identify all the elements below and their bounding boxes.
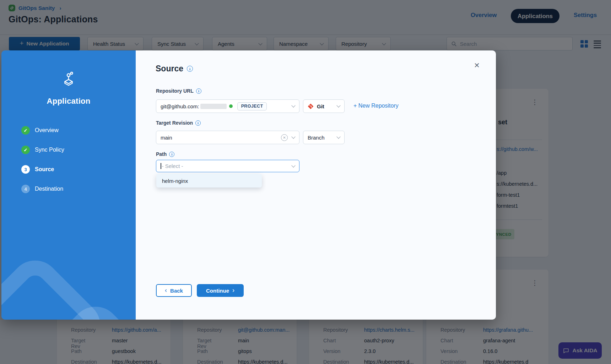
repository-url-value: git@github.com: [161, 103, 199, 109]
info-icon[interactable]: i [187, 66, 193, 72]
chevron-left-icon: ‹ [165, 287, 167, 294]
wizard-source-panel: ✕ Source i Repository URLi git@github.co… [136, 50, 496, 320]
path-select[interactable]: - Select - [156, 160, 299, 172]
step-destination[interactable]: 4 Destination [21, 185, 64, 193]
new-application-wizard-modal: Application ✓ Overview ✓ Sync Policy 3 S… [1, 50, 496, 320]
revision-type-select[interactable]: Branch [303, 131, 345, 144]
back-button[interactable]: ‹ Back [156, 284, 192, 297]
revision-type-value: Branch [308, 135, 325, 141]
step-number: 3 [21, 165, 30, 174]
chevron-right-icon: › [232, 287, 234, 294]
path-options-menu: helm-nginx [156, 174, 262, 188]
clear-icon[interactable]: ✕ [281, 134, 288, 141]
target-revision-label: Target Revisioni [156, 120, 201, 126]
path-label: Pathi [156, 151, 174, 157]
step-sync-policy[interactable]: ✓ Sync Policy [21, 146, 64, 154]
path-option-helm-nginx[interactable]: helm-nginx [156, 174, 262, 188]
close-icon[interactable]: ✕ [474, 62, 480, 69]
continue-label: Continue [206, 288, 229, 294]
back-label: Back [170, 288, 183, 294]
chevron-down-icon [291, 103, 295, 107]
step-number: 4 [21, 185, 30, 193]
git-icon [308, 103, 314, 109]
continue-button[interactable]: Continue › [197, 284, 244, 297]
repository-url-input[interactable]: git@github.com: PROJECT [156, 99, 299, 113]
info-icon[interactable]: i [169, 152, 174, 157]
connection-ok-dot [229, 104, 233, 108]
panel-heading: Source i [156, 64, 193, 74]
wizard-steps: ✓ Overview ✓ Sync Policy 3 Source 4 Dest… [21, 126, 64, 193]
text-caret [161, 163, 161, 169]
chevron-down-icon [291, 135, 295, 138]
step-label: Source [35, 166, 54, 173]
info-icon[interactable]: i [195, 120, 201, 126]
chevron-down-icon [336, 103, 340, 107]
chevron-down-icon [291, 163, 295, 167]
step-label: Destination [35, 186, 63, 192]
info-icon[interactable]: i [196, 88, 201, 94]
step-label: Overview [35, 127, 59, 134]
panel-heading-text: Source [156, 64, 183, 74]
new-repository-link[interactable]: + New Repository [353, 103, 399, 109]
project-badge: PROJECT [237, 102, 267, 110]
wizard-title: Application [1, 97, 136, 106]
gitops-applications-page: GitOps Sanity › GitOps: Applications Ove… [0, 0, 611, 364]
application-icon [60, 71, 77, 89]
target-revision-input[interactable]: main ✕ [156, 131, 299, 144]
step-label: Sync Policy [35, 147, 64, 153]
repository-url-label: Repository URLi [156, 88, 201, 94]
wizard-sidebar: Application ✓ Overview ✓ Sync Policy 3 S… [1, 50, 136, 320]
step-check-icon: ✓ [21, 126, 30, 135]
path-placeholder: - Select - [162, 163, 183, 169]
step-check-icon: ✓ [21, 146, 30, 154]
repo-type-select[interactable]: Git [303, 99, 345, 113]
redacted-text [200, 104, 227, 109]
step-overview[interactable]: ✓ Overview [21, 126, 64, 135]
chevron-down-icon [336, 135, 340, 138]
repo-type-value: Git [317, 103, 324, 109]
target-revision-value: main [161, 135, 172, 141]
step-source[interactable]: 3 Source [21, 165, 64, 174]
